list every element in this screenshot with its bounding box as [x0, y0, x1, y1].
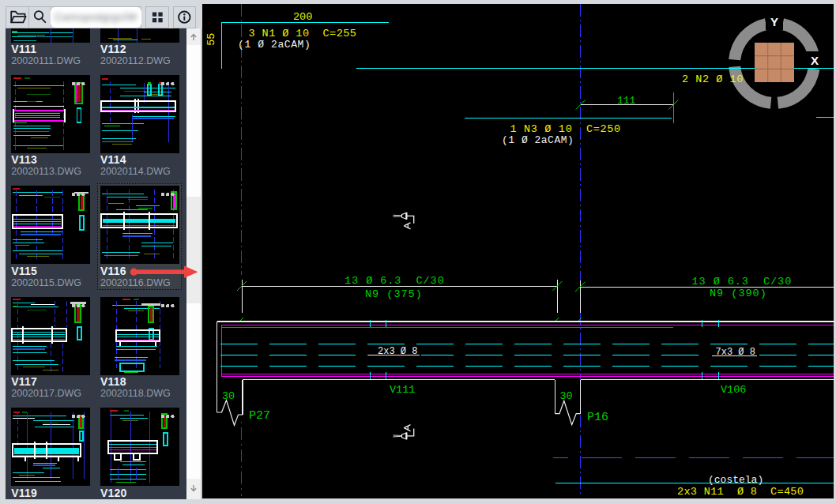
svg-text:N9 (390): N9 (390) — [710, 288, 767, 299]
svg-text:200: 200 — [293, 11, 312, 23]
svg-text:(1 Ø 2aCAM): (1 Ø 2aCAM) — [502, 134, 574, 146]
svg-text:V106: V106 — [721, 384, 746, 396]
svg-text:2 N2 Ø 10: 2 N2 Ø 10 — [682, 73, 744, 85]
svg-text:2x3 N11 Ø 8 C=450: 2x3 N11 Ø 8 C=450 — [677, 486, 804, 498]
svg-text:(1 Ø 2aCAM): (1 Ø 2aCAM) — [238, 39, 311, 51]
svg-text:30: 30 — [560, 390, 573, 402]
svg-text:55: 55 — [205, 33, 217, 46]
svg-text:X: X — [811, 54, 819, 67]
svg-text:N9 (375): N9 (375) — [365, 288, 423, 300]
svg-text:30: 30 — [222, 390, 235, 402]
svg-text:V111: V111 — [390, 384, 415, 396]
svg-text:P27: P27 — [249, 409, 270, 423]
svg-text:P16: P16 — [587, 411, 608, 424]
svg-text:13 Ø 6.3 C/30: 13 Ø 6.3 C/30 — [692, 276, 793, 288]
svg-text:Y: Y — [770, 15, 778, 28]
svg-text:13 Ø 6.3 C/30: 13 Ø 6.3 C/30 — [345, 275, 445, 287]
svg-text:(costela): (costela) — [708, 474, 763, 486]
